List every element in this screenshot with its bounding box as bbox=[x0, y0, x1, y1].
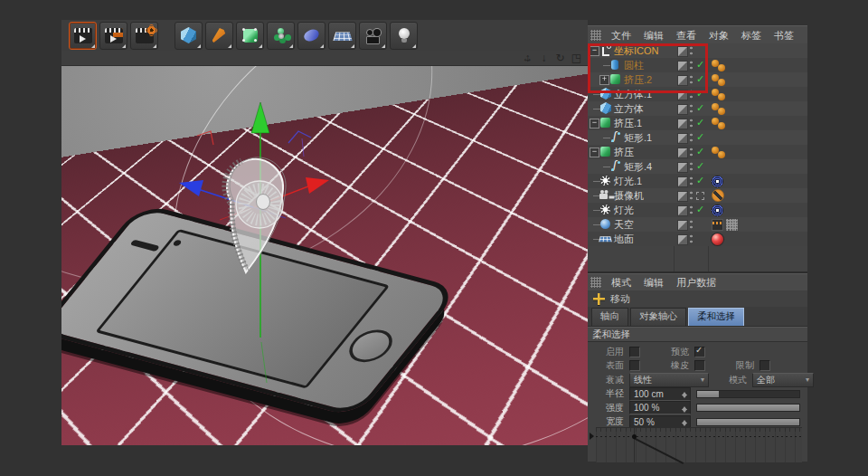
spline-pen-button[interactable] bbox=[205, 22, 233, 50]
visibility-dots[interactable] bbox=[689, 132, 693, 143]
layer-toggle[interactable] bbox=[677, 61, 688, 71]
enable-state[interactable]: ✓ bbox=[696, 203, 704, 216]
number-input[interactable]: 100 cm bbox=[629, 387, 691, 401]
layer-toggle[interactable] bbox=[677, 75, 688, 86]
visibility-dots[interactable] bbox=[689, 118, 693, 129]
x-axis-arrow[interactable] bbox=[306, 177, 329, 194]
object-row[interactable]: 矩形.4✓ bbox=[588, 159, 807, 174]
layer-toggle[interactable] bbox=[677, 104, 688, 115]
camera-tool-button[interactable] bbox=[359, 22, 387, 50]
menu-item[interactable]: 书签 bbox=[768, 30, 800, 41]
curve-keyframe-point[interactable] bbox=[632, 434, 637, 439]
phong-tag[interactable] bbox=[718, 79, 725, 86]
layer-toggle[interactable] bbox=[677, 191, 688, 202]
viewport[interactable] bbox=[61, 66, 588, 445]
checkbox[interactable] bbox=[694, 360, 705, 371]
subdivision-surface-button[interactable] bbox=[236, 22, 264, 50]
noise-tag[interactable] bbox=[725, 218, 739, 232]
enable-state[interactable]: ✓ bbox=[696, 174, 704, 187]
light-tool-button[interactable] bbox=[390, 22, 418, 50]
deformer-button[interactable] bbox=[267, 22, 295, 50]
visibility-dots[interactable] bbox=[689, 176, 693, 186]
spinner-icon[interactable] bbox=[681, 403, 688, 414]
visibility-dots[interactable] bbox=[689, 89, 693, 100]
material-red-tag[interactable] bbox=[712, 233, 723, 245]
collapse-icon[interactable]: − bbox=[590, 46, 599, 56]
layer-toggle[interactable] bbox=[677, 148, 688, 158]
menu-item[interactable]: 模式 bbox=[605, 277, 637, 288]
layer-toggle[interactable] bbox=[677, 119, 688, 129]
collapse-icon[interactable]: − bbox=[590, 148, 599, 157]
render-picture-viewer-button[interactable] bbox=[99, 22, 127, 50]
plane-handle-blue[interactable] bbox=[288, 131, 311, 143]
enable-state[interactable]: ✓ bbox=[696, 87, 704, 100]
visibility-dots[interactable] bbox=[689, 219, 693, 230]
phong-tag[interactable] bbox=[718, 64, 725, 71]
plane-handle-red[interactable] bbox=[197, 131, 213, 145]
object-row[interactable]: 立方体✓ bbox=[588, 101, 807, 116]
panel-grip-icon[interactable] bbox=[590, 277, 601, 288]
object-row[interactable]: −挤压.1✓ bbox=[588, 116, 807, 130]
modeling-button[interactable] bbox=[297, 22, 326, 50]
object-row[interactable]: 摄像机 bbox=[588, 188, 807, 203]
collapse-icon[interactable]: − bbox=[590, 119, 599, 129]
visibility-dots[interactable] bbox=[689, 161, 693, 172]
slider[interactable] bbox=[696, 390, 800, 398]
object-row[interactable]: 灯光✓ bbox=[588, 203, 807, 217]
visibility-dots[interactable] bbox=[689, 45, 693, 56]
dropdown[interactable]: 全部▾ bbox=[752, 373, 814, 387]
menu-item[interactable]: 文件 bbox=[605, 30, 637, 41]
number-input[interactable]: 100 % bbox=[629, 401, 691, 414]
enable-state[interactable]: ✓ bbox=[696, 101, 704, 115]
enable-state[interactable]: ✓ bbox=[696, 145, 704, 158]
maximize-icon[interactable]: ◳ bbox=[571, 52, 582, 64]
camera-off-tag[interactable] bbox=[712, 189, 724, 202]
enable-state[interactable]: ✓ bbox=[696, 116, 704, 129]
object-row[interactable]: 灯光.1✓ bbox=[588, 174, 807, 188]
object-row[interactable]: 天空 bbox=[588, 217, 807, 232]
panel-grip-icon[interactable] bbox=[590, 30, 601, 41]
object-row[interactable]: 地面 bbox=[588, 232, 807, 246]
enable-state[interactable] bbox=[696, 192, 704, 200]
light-tag[interactable] bbox=[712, 205, 723, 216]
visibility-dots[interactable] bbox=[689, 205, 693, 215]
visibility-dots[interactable] bbox=[689, 190, 693, 201]
spinner-icon[interactable] bbox=[681, 388, 688, 399]
visibility-dots[interactable] bbox=[689, 74, 693, 85]
tab-轴向[interactable]: 轴向 bbox=[591, 308, 628, 326]
object-row[interactable]: −挤压✓ bbox=[588, 145, 807, 159]
visibility-dots[interactable] bbox=[689, 147, 693, 157]
menu-item[interactable]: 编辑 bbox=[637, 30, 670, 41]
z-axis-arrow[interactable] bbox=[179, 180, 203, 196]
checkbox[interactable] bbox=[629, 360, 640, 371]
primitive-cube-button[interactable] bbox=[175, 22, 203, 50]
menu-item[interactable]: 对象 bbox=[703, 30, 735, 41]
layer-toggle[interactable] bbox=[677, 46, 688, 57]
layer-toggle[interactable] bbox=[677, 90, 688, 100]
menu-item[interactable]: 查看 bbox=[670, 30, 703, 41]
checkbox[interactable] bbox=[694, 347, 705, 357]
enable-state[interactable]: ✓ bbox=[696, 72, 704, 86]
object-row[interactable]: +挤压.2✓ bbox=[588, 72, 807, 87]
pan-icon[interactable]: ↔ bbox=[522, 52, 533, 64]
phong-tag[interactable] bbox=[718, 151, 725, 158]
object-row[interactable]: 矩形.1✓ bbox=[588, 130, 807, 145]
enable-state[interactable]: ✓ bbox=[696, 159, 704, 173]
visibility-dots[interactable] bbox=[689, 103, 693, 114]
layer-toggle[interactable] bbox=[677, 133, 688, 144]
tab-柔和选择[interactable]: 柔和选择 bbox=[688, 308, 744, 326]
visibility-dots[interactable] bbox=[689, 233, 693, 244]
rotate-icon[interactable]: ↻ bbox=[554, 52, 566, 64]
layer-toggle[interactable] bbox=[677, 220, 688, 231]
y-axis-arrow[interactable] bbox=[251, 102, 269, 133]
phong-tag[interactable] bbox=[718, 122, 725, 129]
layer-toggle[interactable] bbox=[677, 205, 688, 216]
slider[interactable] bbox=[696, 404, 800, 412]
layer-toggle[interactable] bbox=[677, 234, 688, 245]
zoom-icon[interactable]: ↓ bbox=[538, 52, 550, 64]
checkbox[interactable] bbox=[760, 360, 770, 371]
menu-item[interactable]: 标签 bbox=[735, 30, 768, 41]
spinner-icon[interactable] bbox=[681, 416, 688, 427]
render-settings-button[interactable] bbox=[130, 22, 158, 50]
compositing-tag[interactable] bbox=[712, 219, 723, 231]
